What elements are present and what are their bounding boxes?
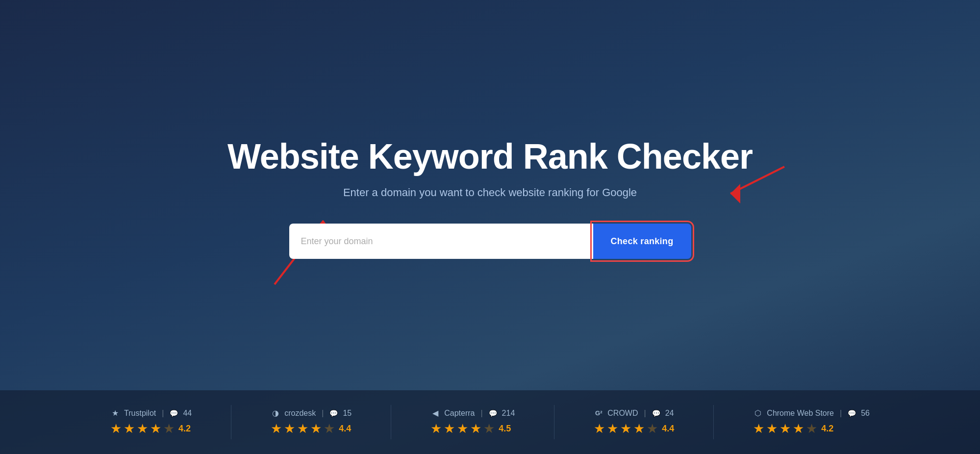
trustpilot-icon: ★ <box>110 408 120 418</box>
rating-g2crowd: G² CROWD | 💬 24 ★ ★ ★ ★ ★ 4.4 <box>594 408 674 436</box>
ratings-bar: ★ Trustpilot | 💬 44 ★ ★ ★ ★ ★ 4.2 ◑ croz… <box>0 390 980 454</box>
page-subtitle: Enter a domain you want to check website… <box>343 186 637 199</box>
crozdesk-icon: ◑ <box>271 408 280 418</box>
g2crowd-count: 24 <box>665 409 674 418</box>
capterra-icon: ◀ <box>430 408 440 418</box>
trustpilot-count: 44 <box>183 409 192 418</box>
chrome-web-store-icon: ⬡ <box>753 408 763 418</box>
page-title: Website Keyword Rank Checker <box>227 136 753 177</box>
chrome-web-store-stars: ★ ★ ★ ★ ★ 4.2 <box>753 421 833 436</box>
crozdesk-count: 15 <box>343 409 352 418</box>
g2crowd-stars: ★ ★ ★ ★ ★ 4.4 <box>594 421 674 436</box>
g2crowd-label: CROWD <box>607 409 638 418</box>
g2crowd-header: G² CROWD | 💬 24 <box>594 408 674 418</box>
rating-capterra: ◀ Capterra | 💬 214 ★ ★ ★ ★ ★ 4.5 <box>430 408 515 436</box>
divider-1 <box>231 405 231 439</box>
trustpilot-value: 4.2 <box>178 424 191 434</box>
rating-chrome-web-store: ⬡ Chrome Web Store | 💬 56 ★ ★ ★ ★ ★ 4.2 <box>753 408 870 436</box>
chrome-web-store-header: ⬡ Chrome Web Store | 💬 56 <box>753 408 870 418</box>
chrome-web-store-count: 56 <box>861 409 870 418</box>
rating-trustpilot: ★ Trustpilot | 💬 44 ★ ★ ★ ★ ★ 4.2 <box>110 408 192 436</box>
capterra-stars: ★ ★ ★ ★ ★ 4.5 <box>430 421 511 436</box>
capterra-header: ◀ Capterra | 💬 214 <box>430 408 515 418</box>
trustpilot-stars: ★ ★ ★ ★ ★ 4.2 <box>110 421 191 436</box>
g2crowd-value: 4.4 <box>662 424 674 434</box>
domain-input[interactable] <box>289 224 593 259</box>
rating-crozdesk: ◑ crozdesk | 💬 15 ★ ★ ★ ★ ★ 4.4 <box>271 408 352 436</box>
capterra-value: 4.5 <box>499 424 511 434</box>
crozdesk-stars: ★ ★ ★ ★ ★ 4.4 <box>271 421 351 436</box>
chrome-web-store-value: 4.2 <box>821 424 833 434</box>
trustpilot-header: ★ Trustpilot | 💬 44 <box>110 408 192 418</box>
comment-icon-2: 💬 <box>329 409 338 417</box>
comment-icon-4: 💬 <box>652 409 660 417</box>
check-ranking-button[interactable]: Check ranking <box>593 224 691 259</box>
divider-2 <box>391 405 391 439</box>
main-content: Website Keyword Rank Checker Enter a dom… <box>0 0 980 454</box>
crozdesk-value: 4.4 <box>339 424 351 434</box>
comment-icon-5: 💬 <box>848 409 856 417</box>
divider-3 <box>554 405 554 439</box>
crozdesk-label: crozdesk <box>284 409 316 418</box>
divider-4 <box>713 405 714 439</box>
crozdesk-header: ◑ crozdesk | 💬 15 <box>271 408 352 418</box>
comment-icon-3: 💬 <box>489 409 497 417</box>
capterra-label: Capterra <box>444 409 475 418</box>
capterra-count: 214 <box>502 409 515 418</box>
comment-icon: 💬 <box>170 409 178 417</box>
trustpilot-label: Trustpilot <box>124 409 156 418</box>
search-form: Check ranking <box>289 224 691 259</box>
g2crowd-icon: G² <box>594 408 603 418</box>
chrome-web-store-label: Chrome Web Store <box>767 409 834 418</box>
